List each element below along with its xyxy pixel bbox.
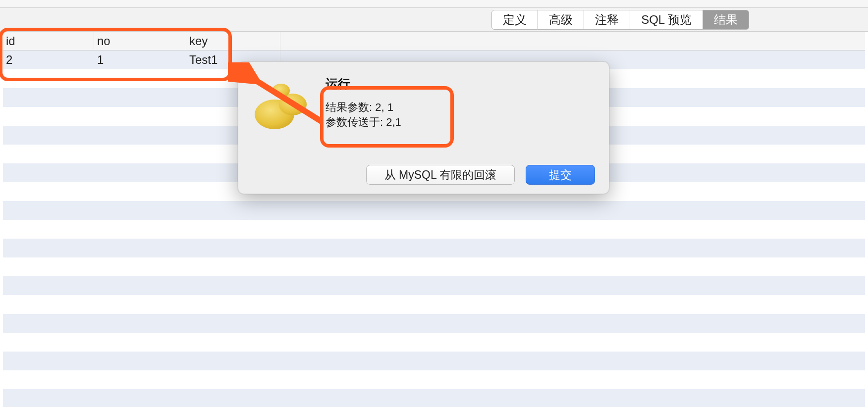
tab-sql-preview[interactable]: SQL 预览: [630, 10, 703, 30]
table-header-row: id no key: [3, 32, 865, 51]
tab-definition[interactable]: 定义: [491, 10, 538, 30]
column-header-no[interactable]: no: [94, 32, 186, 50]
cell-no[interactable]: 1: [94, 51, 186, 69]
result-grid-area: id no key 2 1 Test1: [0, 32, 868, 407]
dialog-buttons: 从 MySQL 有限的回滚 提交: [366, 165, 595, 185]
column-header-id[interactable]: id: [3, 32, 94, 50]
svg-point-2: [272, 84, 290, 98]
tab-comment[interactable]: 注释: [584, 10, 630, 30]
tab-advanced[interactable]: 高级: [538, 10, 584, 30]
dialog-title: 运行: [326, 76, 401, 92]
dialog-line-params-sent: 参数传送于: 2,1: [326, 115, 401, 130]
column-header-key[interactable]: key: [186, 32, 280, 50]
rollback-button[interactable]: 从 MySQL 有限的回滚: [366, 165, 515, 185]
dialog-text: 运行 结果参数: 2, 1 参数传送于: 2,1: [326, 76, 401, 135]
tab-result[interactable]: 结果: [703, 10, 749, 30]
tab-group: 定义 高级 注释 SQL 预览 结果: [491, 10, 749, 29]
dialog-line-result-params: 结果参数: 2, 1: [326, 100, 401, 115]
toolbar-top-strip: [0, 0, 868, 8]
run-dialog: 运行 结果参数: 2, 1 参数传送于: 2,1 从 MySQL 有限的回滚 提…: [238, 61, 609, 194]
submit-button[interactable]: 提交: [526, 165, 595, 185]
navicat-icon: [252, 76, 312, 135]
cell-id[interactable]: 2: [3, 51, 94, 69]
tabs-row: 定义 高级 注释 SQL 预览 结果: [0, 8, 868, 32]
